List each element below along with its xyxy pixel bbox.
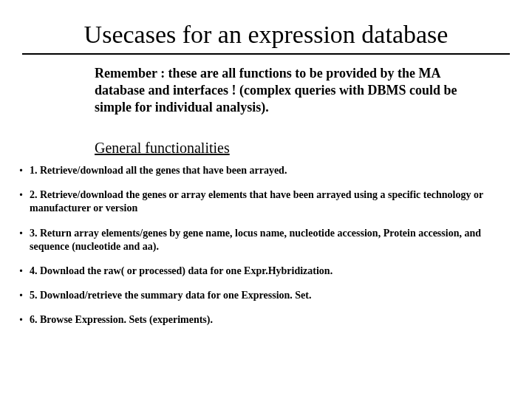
title-divider	[22, 53, 510, 55]
list-item: · 4. Download the raw( or processed) dat…	[19, 265, 510, 278]
list-item-text: 1. Retrieve/download all the genes that …	[30, 164, 510, 177]
bullet-icon: ·	[19, 165, 30, 178]
section-heading: General functionalities	[95, 140, 479, 157]
bullet-icon: ·	[19, 189, 30, 216]
bullet-icon: ·	[19, 290, 30, 303]
list-item-text: 2. Retrieve/download the genes or array …	[30, 188, 510, 215]
list-item: · 5. Download/retrieve the summary data …	[19, 289, 510, 302]
items-block: · 1. Retrieve/download all the genes tha…	[19, 164, 510, 327]
bullet-icon: ·	[19, 265, 30, 279]
bullet-icon: ·	[19, 228, 30, 254]
list-item-text: 4. Download the raw( or processed) data …	[30, 265, 510, 278]
slide-title: Usecases for an expression database	[0, 0, 532, 53]
list-item: · 3. Return array elements/genes by gene…	[19, 227, 510, 253]
list-item-text: 6. Browse Expression. Sets (experiments)…	[30, 313, 510, 327]
intro-paragraph: Remember : these are all functions to be…	[95, 65, 479, 116]
list-item-text: 3. Return array elements/genes by gene n…	[30, 227, 510, 253]
slide: Usecases for an expression database Reme…	[0, 0, 532, 399]
list-item-text: 5. Download/retrieve the summary data fo…	[30, 289, 510, 302]
list-item: · 6. Browse Expression. Sets (experiment…	[19, 313, 510, 327]
list-item: · 1. Retrieve/download all the genes tha…	[19, 164, 510, 177]
bullet-icon: ·	[19, 314, 30, 327]
list-item: · 2. Retrieve/download the genes or arra…	[19, 188, 510, 215]
